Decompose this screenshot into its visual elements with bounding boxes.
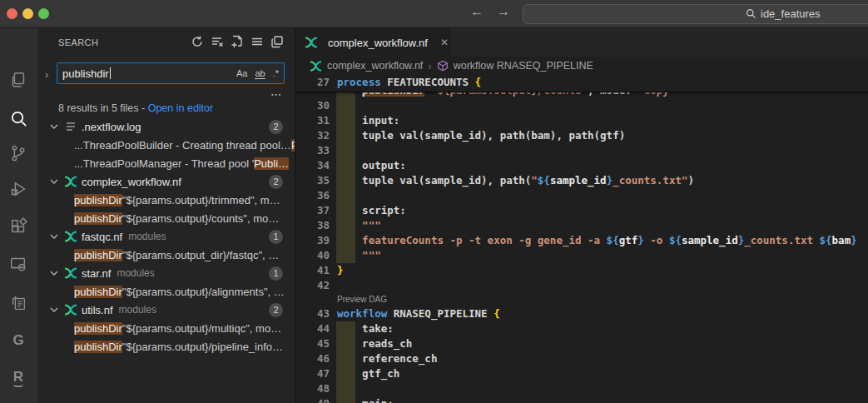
code-line[interactable]: 41} bbox=[296, 263, 868, 278]
code-line[interactable]: 35 tuple val(sample_id), path("${sample_… bbox=[296, 173, 868, 188]
explorer-icon[interactable] bbox=[8, 70, 28, 90]
collapse-all-icon[interactable] bbox=[270, 35, 284, 48]
line-content: input: bbox=[330, 113, 399, 128]
output-report-icon[interactable] bbox=[8, 293, 28, 313]
code-line[interactable]: 48 bbox=[296, 381, 868, 396]
line-content: output: bbox=[330, 158, 406, 173]
code-line[interactable]: 45 reads_ch bbox=[296, 336, 868, 351]
chevron-down-icon[interactable] bbox=[47, 175, 61, 188]
tab-close-icon[interactable]: ✕ bbox=[440, 37, 449, 48]
toggle-replace-chevron-icon[interactable]: › bbox=[45, 68, 48, 81]
line-content: main: bbox=[330, 396, 394, 403]
open-in-editor-link[interactable]: Open in editor bbox=[148, 102, 214, 114]
code-line[interactable]: 37 script: bbox=[296, 203, 868, 218]
match-count-badge: 2 bbox=[269, 120, 283, 134]
window-minimize-button[interactable] bbox=[22, 8, 33, 19]
clear-search-results-icon[interactable] bbox=[211, 35, 224, 48]
r-language-icon[interactable]: R bbox=[8, 368, 28, 388]
line-number: 30 bbox=[296, 98, 330, 113]
search-result-file-row[interactable]: complex_workflow.nf2 bbox=[37, 172, 295, 191]
code-token: sample_id bbox=[682, 234, 738, 246]
search-result-file-row[interactable]: .nextflow.log2 bbox=[37, 117, 295, 136]
chevron-down-icon[interactable] bbox=[47, 266, 61, 280]
remote-explorer-icon[interactable] bbox=[8, 254, 28, 274]
code-line[interactable]: 49 main: bbox=[296, 396, 868, 403]
match-context-suffix: "${params.output}/pipeline_info… bbox=[122, 341, 283, 353]
gitlens-icon[interactable]: G bbox=[8, 331, 28, 351]
line-number: 33 bbox=[296, 143, 330, 158]
code-line[interactable]: 44 take: bbox=[296, 321, 868, 336]
code-line[interactable]: 38 """ bbox=[296, 218, 868, 233]
tab-bar: complex_workflow.nf ✕ bbox=[296, 28, 868, 57]
search-result-match-row[interactable]: publishDir "${params.output}/multiqc", m… bbox=[37, 319, 295, 337]
code-line[interactable]: 36 bbox=[296, 188, 868, 203]
window-maximize-button[interactable] bbox=[38, 8, 49, 19]
code-token: -o bbox=[644, 234, 669, 246]
file-name: .nextflow.log bbox=[82, 121, 141, 133]
code-line[interactable]: 31 input: bbox=[296, 113, 868, 128]
code-line[interactable]: 43workflow RNASEQ_PIPELINE { bbox=[296, 306, 868, 321]
code-line[interactable]: publishDir "${params.output}/counts", mo… bbox=[296, 92, 868, 98]
run-and-debug-icon[interactable] bbox=[8, 179, 28, 199]
source-control-icon[interactable] bbox=[8, 143, 28, 163]
window-close-button[interactable] bbox=[7, 8, 17, 19]
chevron-down-icon[interactable] bbox=[47, 303, 61, 316]
extensions-icon[interactable] bbox=[8, 216, 28, 236]
search-result-match-row[interactable]: publishDir "${params.output}/counts", mo… bbox=[37, 209, 295, 227]
code-line[interactable]: 47 gtf_ch bbox=[296, 366, 868, 381]
codelens-preview-dag[interactable]: Preview DAG bbox=[296, 293, 868, 306]
regex-toggle[interactable]: .* bbox=[273, 68, 279, 78]
code-line[interactable]: 46 reference_ch bbox=[296, 351, 868, 366]
search-result-match-row[interactable]: ...ThreadPoolManager - Thread pool 'Publ… bbox=[37, 154, 295, 172]
search-result-file-row[interactable]: utils.nfmodules2 bbox=[37, 301, 295, 319]
search-result-match-row[interactable]: publishDir "${params.output}/alignments"… bbox=[37, 282, 295, 301]
code-line[interactable]: 40 """ bbox=[296, 248, 868, 263]
match-count-badge: 2 bbox=[269, 303, 283, 317]
line-number: 47 bbox=[296, 366, 330, 381]
tab-label: complex_workflow.nf bbox=[328, 37, 428, 49]
code-token: gtf_ch bbox=[337, 367, 399, 380]
search-input[interactable]: publishdir Aa ab .* bbox=[57, 62, 285, 84]
search-result-match-row[interactable]: publishDir "${params.output}/pipeline_in… bbox=[37, 337, 295, 356]
search-result-match-row[interactable]: publishDir "${params.output}/trimmed", m… bbox=[37, 191, 295, 209]
search-icon[interactable] bbox=[8, 108, 28, 128]
code-line[interactable]: 33 bbox=[296, 143, 868, 158]
tab-complex-workflow[interactable]: complex_workflow.nf ✕ bbox=[296, 28, 450, 57]
line-content: take: bbox=[330, 321, 394, 336]
code-line[interactable]: 30 bbox=[296, 98, 868, 113]
whole-word-toggle[interactable]: ab bbox=[255, 68, 265, 79]
match-case-toggle[interactable]: Aa bbox=[236, 68, 247, 78]
breadcrumb-symbol[interactable]: workflow RNASEQ_PIPELINE bbox=[454, 60, 593, 72]
search-result-file-row[interactable]: fastqc.nfmodules1 bbox=[37, 227, 295, 246]
breadcrumb-file[interactable]: complex_workflow.nf bbox=[327, 60, 423, 72]
code-line[interactable]: 32 tuple val(sample_id), path(bam), path… bbox=[296, 128, 868, 143]
chevron-down-icon[interactable] bbox=[47, 120, 61, 133]
navigate-back-button[interactable]: ← bbox=[470, 4, 484, 19]
line-content: } bbox=[330, 263, 344, 278]
search-result-match-row[interactable]: publishDir "${params.output_dir}/fastqc"… bbox=[37, 246, 295, 264]
code-editor[interactable]: 27process FEATURECOUNTS { publishDir "${… bbox=[296, 75, 868, 403]
view-as-list-icon[interactable] bbox=[250, 35, 264, 48]
open-new-search-editor-icon[interactable] bbox=[231, 35, 244, 48]
line-content bbox=[330, 98, 337, 113]
search-result-match-row[interactable]: ...ThreadPoolBuilder - Creating thread p… bbox=[37, 136, 295, 154]
toggle-search-details-icon[interactable]: ⋯ bbox=[270, 88, 282, 101]
line-content: tuple val(sample_id), path("${sample_id}… bbox=[330, 173, 694, 188]
refresh-icon[interactable] bbox=[191, 35, 204, 48]
editor-group: complex_workflow.nf ✕ complex_workflow.n… bbox=[296, 28, 868, 403]
sticky-scroll-line[interactable]: 27process FEATURECOUNTS { bbox=[296, 75, 868, 92]
code-line[interactable]: 27process FEATURECOUNTS { bbox=[296, 75, 868, 90]
navigate-forward-button[interactable]: → bbox=[497, 4, 510, 19]
line-content: publishDir "${params.output}/counts", mo… bbox=[330, 92, 675, 98]
command-center-search[interactable]: ide_features bbox=[523, 4, 868, 24]
code-line[interactable]: 42 bbox=[296, 278, 868, 293]
search-result-file-row[interactable]: star.nfmodules1 bbox=[37, 264, 295, 282]
code-line[interactable]: 39 featureCounts -p -t exon -g gene_id -… bbox=[296, 233, 868, 248]
match-context-suffix: "${params.output}/alignments", … bbox=[122, 286, 285, 298]
code-line[interactable]: 34 output: bbox=[296, 158, 868, 173]
chevron-down-icon[interactable] bbox=[47, 230, 61, 243]
code-token: ${ bbox=[669, 234, 682, 246]
match-context-suffix: "${params.output_dir}/fastqc", … bbox=[122, 249, 279, 261]
code-token: "${params.output}/counts" bbox=[424, 92, 588, 97]
code-token: RNASEQ_PIPELINE bbox=[387, 307, 494, 320]
